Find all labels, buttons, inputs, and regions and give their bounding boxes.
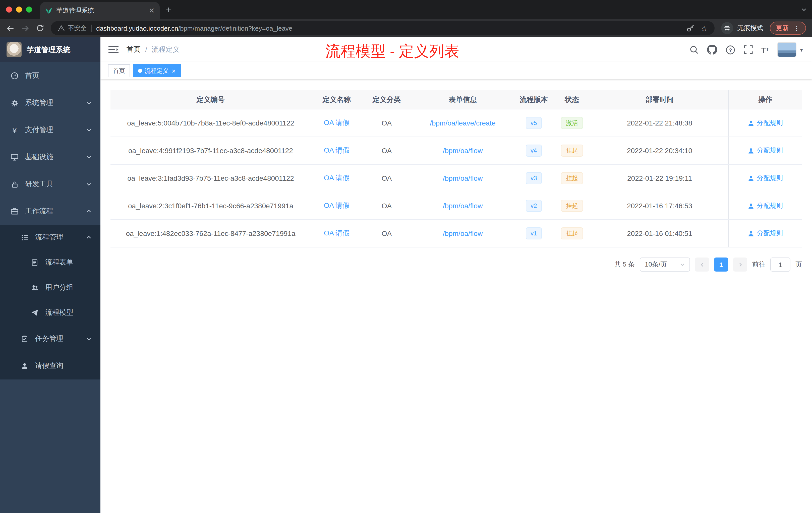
clipboard-icon (20, 335, 29, 343)
definition-name-link[interactable]: OA 请假 (324, 118, 350, 127)
new-tab-button[interactable]: + (166, 5, 171, 14)
url-host: dashboard.yudao.iocoder.cn (96, 24, 178, 32)
version-tag: v4 (525, 145, 542, 157)
person-icon (748, 120, 754, 126)
cell-category: OA (362, 220, 411, 247)
page-number-current[interactable]: 1 (714, 258, 728, 272)
tag-close-icon[interactable]: × (172, 67, 175, 74)
assign-rule-button[interactable]: 分配规则 (748, 229, 783, 238)
table-row: oa_leave:3:1fad3d93-7b75-11ec-a3c8-acde4… (111, 164, 802, 192)
app-title: 芋道管理系统 (27, 45, 70, 55)
paper-plane-icon (30, 309, 39, 317)
address-bar[interactable]: 不安全 dashboard.yudao.iocoder.cn/bpm/manag… (51, 21, 715, 35)
sidebar-item-process-model[interactable]: 流程模型 (0, 300, 100, 325)
tab-close-icon[interactable]: ✕ (149, 7, 155, 14)
tag-label: 流程定义 (145, 66, 169, 75)
tab-search-chevron-icon[interactable] (801, 6, 807, 12)
pagination: 共 5 条 10条/页 1 前往 页 (111, 258, 802, 272)
sidebar-item-task-management[interactable]: 任务管理 (0, 325, 100, 352)
password-key-icon[interactable] (686, 24, 694, 32)
sidebar-item-home[interactable]: 首页 (0, 62, 100, 89)
prev-page-button[interactable] (695, 258, 709, 272)
url-path: /bpm/manager/definition?key=oa_leave (178, 24, 292, 32)
column-header-version: 流程版本 (515, 90, 553, 109)
person-icon (748, 203, 754, 209)
definition-name-link[interactable]: OA 请假 (324, 174, 350, 183)
search-icon[interactable] (690, 45, 698, 54)
person-icon (20, 362, 29, 370)
page-size-select[interactable]: 10条/页 (640, 258, 690, 272)
close-window-button[interactable] (6, 6, 12, 12)
incognito-label: 无痕模式 (737, 24, 763, 33)
user-menu[interactable]: ▼ (777, 42, 804, 57)
sidebar-item-system[interactable]: 系统管理 (0, 89, 100, 117)
security-label: 不安全 (68, 24, 87, 32)
status-badge: 挂起 (561, 145, 583, 157)
tags-view: 首页 流程定义 × (100, 62, 812, 79)
browser-tab[interactable]: 芋道管理系统 ✕ (40, 2, 160, 19)
sidebar-item-devtools[interactable]: 研发工具 (0, 171, 100, 198)
form-link[interactable]: /bpm/oa/flow (443, 147, 483, 155)
table-row: oa_leave:1:482ec033-762a-11ec-8477-a2380… (111, 220, 802, 247)
form-link[interactable]: /bpm/oa/leave/create (430, 119, 496, 127)
chevron-up-icon (86, 234, 92, 240)
fullscreen-icon[interactable] (744, 45, 753, 54)
page-size-value: 10条/页 (645, 260, 667, 269)
column-header-category: 定义分类 (362, 90, 411, 109)
goto-page-input[interactable] (770, 258, 790, 272)
sidebar-item-leave-query[interactable]: 请假查询 (0, 352, 100, 380)
assign-rule-button[interactable]: 分配规则 (748, 174, 783, 183)
form-link[interactable]: /bpm/oa/flow (443, 202, 483, 210)
sidebar-item-workflow[interactable]: 工作流程 (0, 198, 100, 225)
sidebar-item-label: 支付管理 (25, 125, 53, 134)
breadcrumb-current: 流程定义 (152, 45, 180, 54)
reload-icon[interactable] (36, 24, 44, 32)
sidebar-item-process-form[interactable]: 流程表单 (0, 250, 100, 275)
divider (91, 24, 92, 32)
definition-name-link[interactable]: OA 请假 (324, 146, 350, 155)
zoom-window-button[interactable] (26, 6, 32, 12)
sidebar-item-process-management[interactable]: 流程管理 (0, 225, 100, 250)
cell-deploy-time: 2022-01-16 01:40:51 (591, 220, 728, 247)
form-link[interactable]: /bpm/oa/flow (443, 174, 483, 182)
form-link[interactable]: /bpm/oa/flow (443, 230, 483, 237)
bookmark-star-icon[interactable]: ☆ (701, 24, 707, 32)
assign-rule-button[interactable]: 分配规则 (748, 146, 783, 155)
definition-name-link[interactable]: OA 请假 (324, 201, 350, 210)
gear-icon (10, 99, 19, 107)
browser-menu-update-button[interactable]: 更新 ⋮ (770, 22, 806, 35)
tag-process-definition[interactable]: 流程定义 × (133, 64, 180, 77)
next-page-button[interactable] (733, 258, 747, 272)
assign-rule-button[interactable]: 分配规则 (748, 201, 783, 210)
sidebar-item-user-group[interactable]: 用户分组 (0, 275, 100, 300)
cell-deploy-time: 2022-01-22 21:48:38 (591, 110, 728, 137)
tab-strip: 芋道管理系统 ✕ + (0, 0, 812, 19)
sidebar-item-infrastructure[interactable]: 基础设施 (0, 144, 100, 171)
help-icon[interactable]: ? (726, 45, 735, 55)
caret-down-icon: ▼ (799, 47, 804, 53)
definition-name-link[interactable]: OA 请假 (324, 229, 350, 238)
hamburger-icon[interactable] (109, 45, 118, 54)
forward-icon[interactable] (21, 24, 30, 32)
yen-icon: ¥ (10, 126, 19, 134)
assign-rule-button[interactable]: 分配规则 (748, 118, 783, 127)
person-icon (748, 147, 754, 154)
breadcrumb-home[interactable]: 首页 (126, 45, 141, 54)
chevron-down-icon (86, 181, 92, 187)
cell-deploy-time: 2022-01-16 17:46:53 (591, 192, 728, 219)
table-row: oa_leave:5:004b710b-7b8a-11ec-8ef0-acde4… (111, 110, 802, 137)
font-size-icon[interactable]: TT (761, 46, 769, 54)
tab-favicon-icon (45, 7, 52, 14)
minimize-window-button[interactable] (16, 6, 22, 12)
url-text[interactable]: dashboard.yudao.iocoder.cn/bpm/manager/d… (96, 24, 682, 32)
table-row: oa_leave:2:3c1f0ef1-76b1-11ec-9c66-a2380… (111, 192, 802, 220)
security-chip[interactable]: 不安全 (58, 24, 87, 32)
github-icon[interactable] (707, 45, 717, 55)
sidebar-item-payment[interactable]: ¥ 支付管理 (0, 117, 100, 144)
app-logo-area[interactable]: 芋道管理系统 (0, 37, 100, 62)
briefcase-icon (10, 207, 19, 215)
tag-home[interactable]: 首页 (108, 64, 130, 77)
version-tag: v2 (525, 200, 542, 212)
kebab-menu-icon: ⋮ (793, 24, 800, 32)
back-icon[interactable] (6, 24, 14, 32)
